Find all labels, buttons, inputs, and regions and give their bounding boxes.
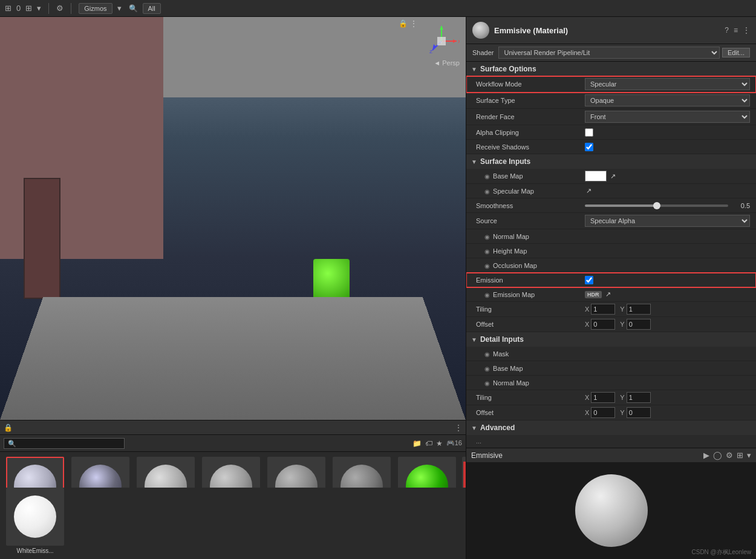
smoothness-slider[interactable] [585, 204, 728, 207]
render-face-select[interactable]: Front [585, 111, 750, 123]
tools-icon[interactable]: ⚙ [56, 4, 64, 13]
workflow-mode-select[interactable]: Specular [585, 78, 750, 90]
asset-item-green[interactable]: Green [397, 457, 457, 488]
emission-row: Emission [466, 273, 756, 287]
sphere-emmisive [14, 465, 56, 488]
advanced-title: Advanced [480, 423, 515, 432]
preview-dropdown-icon[interactable]: ▾ [747, 451, 751, 460]
offset-y-input[interactable] [627, 319, 651, 330]
receive-shadows-label: Receive Shadows [476, 143, 585, 151]
svg-text:X: X [458, 39, 460, 44]
gizmos-button[interactable]: Gizmos [79, 3, 112, 14]
asset-browser-toolbar: 📁 🏷 ★ 🎮16 [0, 435, 466, 452]
base-map-swatch[interactable] [585, 171, 607, 181]
section-detail-inputs[interactable]: ▼ Detail Inputs [466, 332, 756, 347]
source-select[interactable]: Specular Alpha [585, 215, 750, 227]
section-surface-options[interactable]: ▼ Surface Options [466, 62, 756, 76]
surface-type-row: Surface Type Opaque [466, 93, 756, 109]
workflow-mode-value: Specular [585, 78, 750, 90]
asset-item-emmisive[interactable]: Emmisive [5, 457, 65, 488]
more-icon[interactable]: ⋮ [743, 26, 750, 34]
all-button[interactable]: All [143, 3, 161, 14]
detail-inputs-title: Detail Inputs [480, 335, 524, 344]
specular-map-select-icon[interactable]: ↗ [586, 187, 591, 195]
tiling-x-input[interactable] [591, 304, 615, 315]
preview-layout-icon[interactable]: ⊞ [737, 451, 743, 460]
base-map-select-icon[interactable]: ↗ [610, 172, 616, 180]
shader-label: Shader [472, 49, 494, 56]
scene-background: Y X Z ◄ Persp 🔒 ⋮ [0, 17, 466, 420]
gizmos-dropdown[interactable]: ▾ [117, 4, 122, 13]
preview-settings-icon[interactable]: ⚙ [726, 451, 733, 460]
asset-browser-header: 🔒 ⋮ [0, 420, 466, 435]
section-surface-inputs[interactable]: ▼ Surface Inputs [466, 154, 756, 169]
help-icon[interactable]: ? [725, 26, 729, 34]
lock-icon[interactable]: 🔒 [399, 19, 408, 28]
source-value: Specular Alpha [585, 215, 750, 227]
asset-item-glass[interactable]: Glass [70, 457, 131, 488]
browser-tool-icons: 📁 🏷 ★ 🎮16 [412, 439, 462, 448]
detail-tiling-row: Tiling X Y [466, 390, 756, 405]
inspector-content[interactable]: ▼ Surface Options Workflow Mode Specular… [466, 62, 756, 448]
surface-options-title: Surface Options [480, 65, 536, 73]
detail-offset-y-input[interactable] [627, 407, 651, 418]
detail-base-map-row: ◉ Base Map [466, 361, 756, 376]
detail-base-map-label: ◉ Base Map [476, 365, 585, 372]
viewport-section: Y X Z ◄ Persp 🔒 ⋮ 🔒 ⋮ 📁 [0, 17, 466, 559]
asset-item-white[interactable]: WhiteEmiss... [5, 488, 65, 554]
receive-shadows-value [585, 143, 750, 151]
scene-floor [0, 296, 466, 420]
emission-map-select-icon[interactable]: ↗ [605, 290, 611, 298]
emission-checkbox[interactable] [585, 276, 593, 284]
detail-offset-x-input[interactable] [591, 407, 615, 418]
asset-item-gray3[interactable]: GrayShad... [266, 457, 327, 488]
occlusion-map-eye-icon: ◉ [484, 263, 490, 269]
material-preview-area: CSDN @亦枫Leonlew [466, 462, 756, 559]
bookmark-icon[interactable]: ≡ [734, 26, 738, 34]
detail-tiling-x-input[interactable] [591, 392, 615, 403]
tiling-label: Tiling [476, 306, 585, 313]
asset-second-row: WhiteEmiss... [0, 488, 466, 559]
shader-edit-button[interactable]: Edit... [722, 48, 750, 57]
offset-y-field: Y [620, 319, 650, 330]
occlusion-map-row: ◉ Occlusion Map [466, 258, 756, 273]
asset-item-gray4[interactable]: GrayShad... [331, 457, 392, 488]
detail-offset-values: X Y [585, 407, 750, 418]
more-menu-icon[interactable]: ⋮ [410, 19, 417, 28]
preview-sphere-icon[interactable]: ◯ [713, 451, 722, 460]
asset-browser-more-icon[interactable]: ⋮ [455, 423, 462, 432]
smoothness-label: Smoothness [476, 202, 585, 209]
search-input[interactable] [4, 438, 125, 449]
surface-type-select[interactable]: Opaque [585, 94, 750, 106]
sphere-green [406, 465, 448, 488]
receive-shadows-checkbox[interactable] [585, 143, 593, 151]
inspector-header-icons: ? ≡ ⋮ [725, 26, 750, 34]
browse-icon[interactable]: 📁 [412, 439, 422, 448]
viewport-main[interactable]: Y X Z ◄ Persp 🔒 ⋮ [0, 17, 466, 420]
emission-map-row: ◉ Emission Map HDR ↗ [466, 287, 756, 302]
play-icon[interactable]: ▶ [703, 451, 709, 460]
shader-select[interactable]: Universal Render Pipeline/Lit [498, 47, 719, 59]
asset-browser-lock-icon[interactable]: 🔒 [4, 423, 13, 432]
surface-inputs-arrow: ▼ [471, 159, 477, 165]
preview-watermark: CSDN @亦枫Leonlew [691, 548, 751, 557]
asset-label-white: WhiteEmiss... [16, 548, 53, 554]
emission-label: Emission [476, 276, 585, 284]
sphere-gray3 [275, 465, 318, 488]
sphere-gray2 [210, 465, 252, 488]
detail-tiling-x-field: X [585, 392, 615, 403]
asset-browser: 🔒 ⋮ 📁 🏷 ★ 🎮16 Emmisive [0, 420, 466, 559]
filter-icon[interactable]: 🏷 [425, 439, 432, 448]
detail-tiling-y-input[interactable] [627, 392, 651, 403]
detail-offset-row: Offset X Y [466, 405, 756, 420]
star-icon[interactable]: ★ [436, 439, 443, 448]
asset-item-gray1[interactable]: GrayDoubl... [135, 457, 196, 488]
alpha-clipping-row: Alpha Clipping [466, 125, 756, 140]
asset-item-gray2[interactable]: GrayShade1 [201, 457, 261, 488]
alpha-clipping-checkbox[interactable] [585, 128, 593, 137]
height-map-eye-icon: ◉ [484, 248, 490, 255]
section-advanced[interactable]: ▼ Advanced [466, 420, 756, 435]
offset-x-input[interactable] [591, 319, 615, 330]
tiling-y-input[interactable] [627, 304, 651, 315]
detail-tiling-label: Tiling [476, 394, 585, 401]
